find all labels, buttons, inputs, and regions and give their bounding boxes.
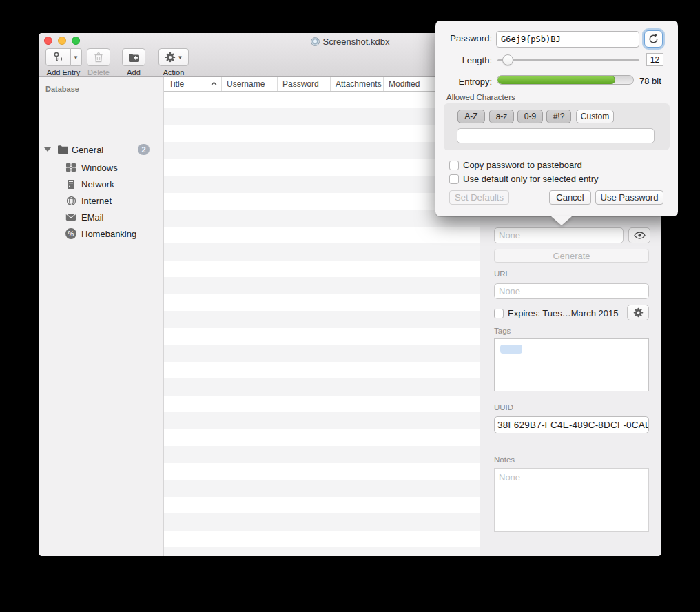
sidebar-item-general[interactable]: General 2 [39,141,163,158]
trash-icon [94,52,103,63]
charset-symbols-toggle[interactable]: #!? [546,110,571,123]
mail-icon [65,211,77,223]
add-entry-dropdown[interactable]: ▼ [71,48,82,66]
delete-button[interactable] [87,48,110,66]
sidebar-item-windows[interactable]: Windows [39,159,163,176]
expires-label: Expires: Tues…March 2015 [508,308,618,318]
chevron-down-icon: ▼ [178,54,183,61]
column-header-username[interactable]: Username [222,77,278,91]
sidebar-item-email[interactable]: EMail [39,209,163,225]
refresh-icon [648,34,659,44]
custom-characters-field[interactable] [457,128,655,143]
length-label: Length: [435,55,492,65]
cancel-button[interactable]: Cancel [549,190,591,205]
generator-password-label: Password: [435,33,492,43]
table-header: Title Username Password Attachments Modi… [164,77,480,92]
popover-arrow [551,216,572,225]
percent-icon: % [65,227,77,240]
action-button[interactable]: ▼ [158,48,189,66]
sidebar-item-label: Internet [81,196,112,206]
expires-row: Expires: Tues…March 2015 [494,308,618,318]
sidebar-item-homebanking[interactable]: % Homebanking [39,225,163,242]
sort-ascending-icon [211,81,217,86]
globe-icon [65,194,77,207]
entry-count-badge: 2 [138,144,150,155]
charset-digits-toggle[interactable]: 0-9 [517,110,543,123]
column-header-attachments[interactable]: Attachments [331,77,384,91]
notes-field[interactable]: None [494,468,649,532]
document-icon [311,37,320,46]
sidebar-section-header: Database [45,85,79,93]
sidebar: Database General 2 Windows [39,77,164,556]
tags-section-label: Tags [494,327,511,335]
sidebar-item-label: General [72,145,103,155]
url-field[interactable]: None [494,283,649,299]
copy-to-pasteboard-row: Copy password to pasteboard [449,160,582,170]
tag-token[interactable] [500,345,522,354]
column-header-password[interactable]: Password [278,77,331,91]
disclosure-triangle-icon[interactable] [44,147,51,152]
regenerate-button[interactable] [644,30,663,48]
folder-plus-icon [128,52,140,63]
sidebar-item-label: Homebanking [81,229,136,239]
entry-table: Title Username Password Attachments Modi… [164,77,480,556]
charset-lowercase-toggle[interactable]: a-z [489,110,514,123]
folder-icon [56,143,69,156]
entropy-label: Entropy: [435,76,492,87]
sidebar-item-network[interactable]: Network [39,176,163,192]
add-entry-label: Add Entry [44,68,83,76]
slider-thumb[interactable] [502,54,513,65]
password-generator-popover: Password: G6ej9{pSb)BJ Length: 12 Entrop… [435,21,678,216]
windows-icon [65,161,77,174]
sidebar-item-internet[interactable]: Internet [39,192,163,209]
window-title: Screenshot.kdbx [323,37,390,47]
use-default-row: Use default only for selected entry [449,174,599,184]
table-body-empty[interactable] [164,92,480,556]
eye-icon [634,232,646,239]
add-group-button[interactable] [122,48,145,66]
expires-options-button[interactable] [627,305,649,320]
use-password-button[interactable]: Use Password [595,190,663,205]
toolbar-add-entry: ▼ Add Entry [44,48,83,76]
generate-button[interactable]: Generate [494,249,649,263]
use-default-checkbox[interactable] [449,174,459,184]
section-divider [480,449,661,449]
toolbar-delete: Delete [86,48,111,76]
uuid-section-label: UUID [494,403,513,411]
charset-uppercase-toggle[interactable]: A-Z [457,110,485,123]
notes-section-label: Notes [494,456,515,464]
add-entry-button[interactable] [45,48,71,66]
column-header-title[interactable]: Title [164,77,222,91]
entropy-value: 78 bit [639,76,661,86]
gear-icon [633,307,644,318]
sidebar-item-label: Windows [81,163,118,173]
key-plus-icon [52,51,64,63]
slider-track [497,59,639,61]
entropy-bar [497,75,634,85]
reveal-password-button[interactable] [628,227,650,243]
server-icon [65,178,77,190]
sidebar-item-label: Network [81,179,114,190]
toolbar-action: ▼ Action [158,48,189,76]
allowed-characters-label: Allowed Characters [446,93,515,101]
length-value[interactable]: 12 [646,53,663,66]
expires-checkbox[interactable] [494,309,504,318]
generated-password-field[interactable]: G6ej9{pSb)BJ [496,31,639,48]
length-slider[interactable] [497,53,639,67]
charset-custom-toggle[interactable]: Custom [576,110,614,123]
password-field[interactable]: None [494,227,624,243]
action-label: Action [158,68,189,76]
url-section-label: URL [494,269,510,278]
tags-field[interactable] [494,338,649,391]
allowed-characters-box: A-Z a-z 0-9 #!? Custom [444,103,670,150]
entropy-bar-fill [497,76,615,84]
uuid-field[interactable]: 38F629B7-FC4E-489C-8DCF-0CAB [494,416,649,434]
set-defaults-button[interactable]: Set Defaults [449,190,509,205]
gear-icon [165,52,176,63]
delete-label: Delete [86,68,111,76]
copy-to-pasteboard-checkbox[interactable] [449,161,459,170]
sidebar-item-label: EMail [81,212,104,223]
chevron-down-icon: ▼ [73,54,79,61]
